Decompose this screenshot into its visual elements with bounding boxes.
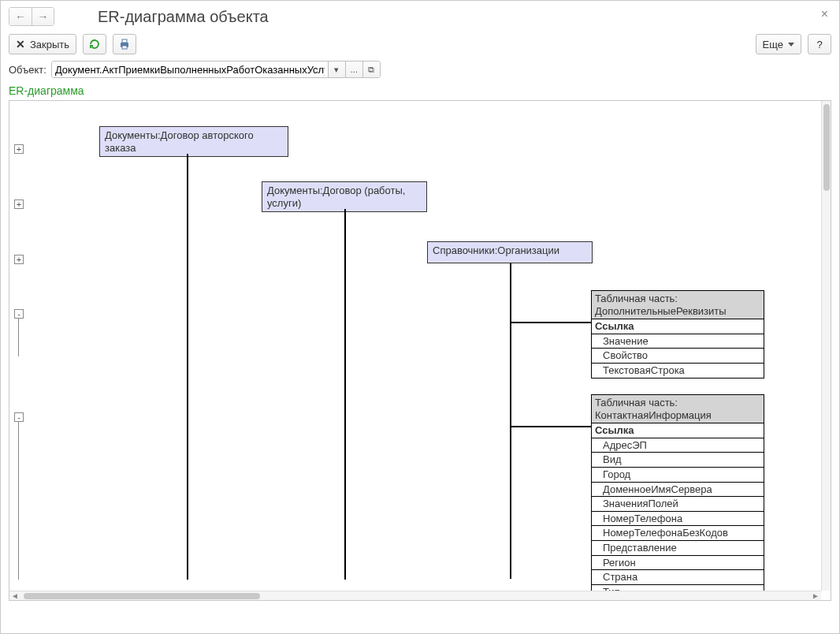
- nav-buttons: ← →: [9, 7, 54, 26]
- diagram-canvas[interactable]: + + + - - Документы:Договор авторского з…: [9, 101, 831, 601]
- diagram-frame: + + + - - Документы:Договор авторского з…: [9, 100, 831, 601]
- back-button[interactable]: ←: [9, 8, 32, 25]
- horizontal-scrollbar[interactable]: ◄ ►: [9, 591, 821, 600]
- connector-line: [187, 154, 188, 580]
- object-dropdown-button[interactable]: ▾: [328, 62, 345, 77]
- print-button[interactable]: [113, 34, 136, 54]
- table-part: Табличная часть: ДополнительныеРеквизиты…: [591, 290, 764, 379]
- tree-toggle[interactable]: +: [14, 144, 24, 154]
- object-open-button[interactable]: ⧉: [362, 62, 380, 77]
- vertical-scrollbar[interactable]: [821, 101, 831, 591]
- table-part-row[interactable]: ТекстоваяСтрока: [591, 364, 764, 379]
- page-title: ER-диаграмма объекта: [98, 8, 269, 26]
- help-label: ?: [816, 39, 822, 50]
- table-part-row[interactable]: ДоменноеИмяСервера: [591, 483, 764, 498]
- more-label: Еще: [763, 39, 783, 50]
- table-part-row[interactable]: Представление: [591, 541, 764, 556]
- table-part-row[interactable]: Город: [591, 468, 764, 483]
- table-part-row[interactable]: Вид: [591, 453, 764, 468]
- tree-toggle[interactable]: -: [14, 309, 24, 319]
- object-row: Объект: ▾ ... ⧉: [9, 61, 831, 78]
- object-picker-button[interactable]: ...: [345, 62, 362, 77]
- table-part-header: Табличная часть: ДополнительныеРеквизиты: [591, 290, 764, 319]
- svg-rect-2: [122, 46, 127, 49]
- entity-box[interactable]: Справочники:Организации: [427, 241, 593, 263]
- app-window: × ← → ER-диаграмма объекта ✕ Закрыть: [0, 0, 840, 634]
- table-part-row[interactable]: НомерТелефона: [591, 512, 764, 527]
- connector-line: [510, 322, 593, 323]
- table-part-row[interactable]: ЗначенияПолей: [591, 497, 764, 512]
- table-part-row[interactable]: АдресЭП: [591, 438, 764, 453]
- object-input-group: ▾ ... ⧉: [51, 61, 381, 78]
- tree-toggle[interactable]: +: [14, 200, 24, 209]
- titlebar: ← → ER-диаграмма объекта: [9, 7, 831, 26]
- tree-line: [18, 422, 19, 580]
- tree-toggle[interactable]: +: [14, 255, 24, 264]
- refresh-button[interactable]: [83, 34, 106, 54]
- tree-line: [18, 319, 19, 356]
- toolbar: ✕ Закрыть Еще ?: [9, 34, 831, 54]
- object-label: Объект:: [9, 64, 46, 76]
- help-button[interactable]: ?: [808, 34, 831, 54]
- table-part-row[interactable]: Свойство: [591, 349, 764, 364]
- print-icon: [118, 38, 131, 50]
- table-part-row[interactable]: НомерТелефонаБезКодов: [591, 526, 764, 541]
- connector-line: [510, 263, 511, 579]
- table-part-header: Табличная часть: КонтактнаяИнформация: [591, 394, 764, 423]
- window-close-button[interactable]: ×: [821, 7, 828, 21]
- scroll-right-icon[interactable]: ►: [812, 592, 820, 600]
- forward-button[interactable]: →: [32, 8, 54, 25]
- table-part: Табличная часть: КонтактнаяИнформация Сс…: [591, 394, 764, 599]
- entity-box[interactable]: Документы:Договор авторского заказа: [99, 126, 288, 157]
- tree-toggle[interactable]: -: [14, 412, 24, 422]
- vertical-scroll-thumb[interactable]: [823, 104, 830, 191]
- section-title: ER-диаграмма: [9, 84, 831, 97]
- table-part-row[interactable]: Значение: [591, 334, 764, 349]
- svg-rect-1: [122, 39, 127, 43]
- connector-line: [344, 209, 346, 580]
- entity-box[interactable]: Документы:Договор (работы, услуги): [262, 181, 427, 212]
- table-part-ref[interactable]: Ссылка: [591, 319, 764, 334]
- refresh-icon: [88, 38, 101, 50]
- connector-line: [510, 426, 593, 427]
- more-button[interactable]: Еще: [756, 34, 801, 54]
- close-label: Закрыть: [30, 39, 69, 50]
- table-part-ref[interactable]: Ссылка: [591, 423, 764, 438]
- close-button[interactable]: ✕ Закрыть: [9, 34, 76, 54]
- table-part-row[interactable]: Регион: [591, 556, 764, 571]
- scroll-left-icon[interactable]: ◄: [11, 592, 19, 600]
- horizontal-scroll-thumb[interactable]: [24, 593, 260, 599]
- table-part-row[interactable]: Страна: [591, 570, 764, 585]
- object-input[interactable]: [52, 62, 328, 77]
- close-icon: ✕: [16, 38, 25, 50]
